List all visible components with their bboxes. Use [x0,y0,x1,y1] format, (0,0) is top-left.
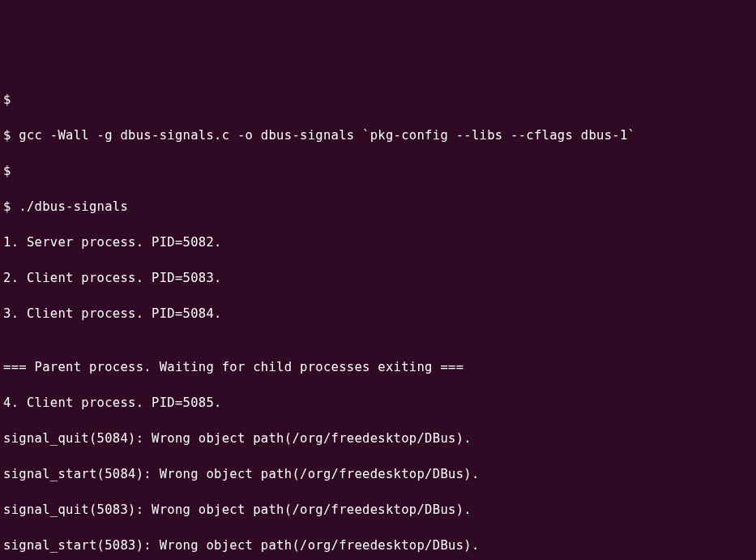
terminal-line: 4. Client process. PID=5085. [3,394,753,412]
terminal-line: $ gcc -Wall -g dbus-signals.c -o dbus-si… [3,126,753,144]
terminal-line: $ [3,162,753,180]
terminal-line: $ [3,91,753,109]
terminal-line: 3. Client process. PID=5084. [3,305,753,323]
terminal-line: 2. Client process. PID=5083. [3,269,753,287]
terminal-line: === Parent process. Waiting for child pr… [3,358,753,376]
terminal-line: $ ./dbus-signals [3,198,753,216]
terminal-line: signal_start(5084): Wrong object path(/o… [3,465,753,483]
terminal-line: signal_quit(5084): Wrong object path(/or… [3,430,753,447]
terminal-line: signal_start(5083): Wrong object path(/o… [3,536,753,554]
terminal-line: 1. Server process. PID=5082. [3,233,753,251]
terminal-line: signal_quit(5083): Wrong object path(/or… [3,501,753,519]
terminal-output[interactable]: $ $ gcc -Wall -g dbus-signals.c -o dbus-… [3,73,753,560]
